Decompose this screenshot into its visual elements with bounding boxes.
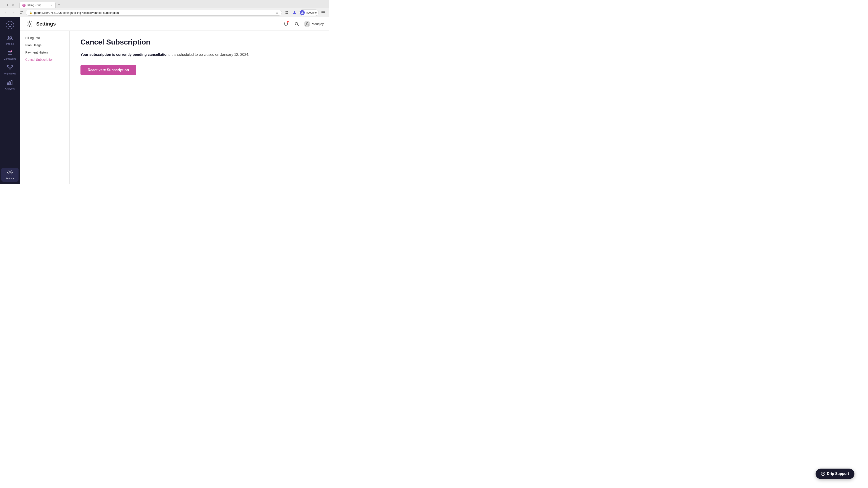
sidebar-logo[interactable] [5,20,15,30]
reload-button[interactable] [18,10,24,15]
svg-rect-1 [8,4,10,6]
svg-line-38 [298,24,299,26]
user-info[interactable]: Moodjoy [304,21,324,27]
svg-point-21 [8,36,10,38]
cancel-subscription-message: Your subscription is currently pending c… [81,52,250,58]
scroll-left-button[interactable]: ◀ [1,184,3,185]
cancel-subscription-title: Cancel Subscription [81,38,318,46]
new-tab-button[interactable]: + [56,2,62,8]
app-container: People Campaigns [0,17,329,184]
search-button[interactable] [293,20,301,28]
tab-favicon [22,4,26,7]
nav-cancel-subscription[interactable]: Cancel Subscription [20,56,69,63]
toolbar-right: Incognito [284,9,327,16]
incognito-label: Incognito [306,11,317,14]
page-title: Settings [36,21,56,27]
nav-plan-usage[interactable]: Plan Usage [20,41,69,49]
sidebar-item-label-analytics: Analytics [5,87,15,90]
notifications-button[interactable] [282,20,289,28]
menu-button[interactable] [320,9,327,16]
lock-icon: 🔒 [29,11,32,14]
svg-point-18 [11,24,12,25]
sidebar: People Campaigns [0,17,20,184]
address-input[interactable]: 🔒 getdrip.com/7641396/settings/billing?s… [26,10,282,15]
campaigns-icon [7,50,13,57]
nav-billing-info[interactable]: Billing Info [20,34,69,41]
header-gear-icon [25,20,33,28]
header-left: Settings [25,20,56,28]
extensions-button[interactable] [284,9,290,16]
titlebar: Billing · Drip × + [0,0,329,8]
bookmark-icon[interactable]: ☆ [276,11,278,14]
main-content: Settings [20,17,329,184]
cancel-subscription-content: Cancel Subscription Your subscription is… [70,31,329,184]
svg-rect-15 [321,14,325,14]
svg-rect-33 [11,80,12,85]
maximize-button[interactable] [7,3,10,6]
svg-rect-24 [7,65,9,67]
tab-bar: Billing · Drip × + [17,2,65,8]
back-button[interactable] [3,10,8,15]
sidebar-item-analytics[interactable]: Analytics [1,78,19,92]
svg-rect-10 [287,13,288,14]
svg-rect-7 [285,11,287,12]
svg-rect-14 [321,12,325,13]
url-text: getdrip.com/7641396/settings/billing?sec… [34,11,274,14]
profile-browser-button[interactable] [291,9,298,16]
workflows-icon [7,65,13,71]
svg-rect-32 [9,82,10,85]
forward-button[interactable] [10,10,16,15]
cancel-message-rest: It is scheduled to be closed on January … [169,53,249,57]
sidebar-item-campaigns[interactable]: Campaigns [1,48,19,62]
cancel-message-bold: Your subscription is currently pending c… [81,53,169,57]
svg-point-36 [286,22,286,22]
svg-rect-26 [9,68,11,70]
analytics-icon [7,79,13,86]
svg-rect-25 [11,65,12,67]
incognito-avatar [300,10,305,15]
page-header-bar: Settings [20,17,329,31]
svg-rect-0 [3,5,6,5]
people-icon [7,35,13,41]
tab-title: Billing · Drip [27,4,48,7]
close-button[interactable] [12,3,15,6]
window-controls [3,3,15,6]
sidebar-item-workflows[interactable]: Workflows [1,63,19,77]
address-bar: 🔒 getdrip.com/7641396/settings/billing?s… [0,8,329,17]
svg-point-35 [28,23,31,25]
sidebar-item-people[interactable]: People [1,33,19,47]
scroll-right-button[interactable]: ▶ [326,184,328,185]
settings-icon [7,169,13,176]
settings-sidebar: Billing Info Plan Usage Payment History … [20,31,70,184]
sidebar-item-label-settings: Settings [5,177,14,180]
sidebar-item-label-workflows: Workflows [4,72,16,75]
sidebar-item-settings[interactable]: Settings [1,168,19,182]
svg-point-11 [294,11,296,13]
user-name: Moodjoy [312,22,324,26]
svg-point-20 [10,21,10,22]
nav-payment-history[interactable]: Payment History [20,49,69,56]
svg-rect-9 [285,13,287,14]
user-avatar [304,21,310,27]
reactivate-subscription-button[interactable]: Reactivate Subscription [81,65,136,75]
svg-rect-31 [7,83,8,85]
browser-chrome: Billing · Drip × + 🔒 getdrip.com/7641396… [0,0,329,17]
svg-line-6 [24,6,24,6]
minimize-button[interactable] [3,3,6,6]
header-right: Moodjoy [282,20,324,28]
svg-rect-8 [287,11,288,12]
svg-point-17 [8,24,9,25]
svg-rect-13 [321,11,325,11]
content-wrapper: Billing Info Plan Usage Payment History … [20,31,329,184]
svg-point-4 [23,4,25,6]
tab-close-button[interactable]: × [50,4,53,7]
svg-point-34 [9,172,11,173]
sidebar-item-label-campaigns: Campaigns [4,57,16,60]
svg-point-39 [307,22,308,24]
notification-badge [287,21,289,23]
sidebar-item-label-people: People [6,42,14,45]
svg-point-22 [11,36,12,37]
incognito-profile[interactable]: Incognito [299,9,319,16]
active-tab[interactable]: Billing · Drip × [20,2,56,8]
